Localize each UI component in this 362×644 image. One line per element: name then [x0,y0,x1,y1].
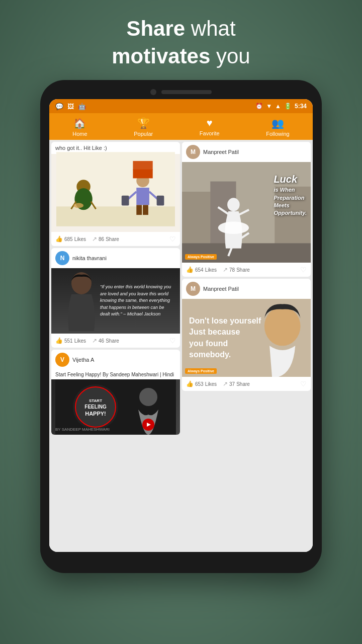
heading-bold-2: motivates [112,44,210,68]
like-icon: 👍 [55,235,63,243]
quote-likes-label: Likes [74,338,86,344]
motivate-line-3: you found [189,338,261,349]
nav-following[interactable]: 👥 Following [266,117,289,137]
svg-rect-9 [133,161,152,170]
card-video: V Vijetha A Start Feeling Happy! By Sand… [51,350,180,435]
svg-rect-1 [56,207,175,226]
luck-likes-stat: 👍 654 Likes [186,266,217,273]
cartoon-stats: 👍 685 Likes ↗ 86 Share ♡ [51,232,180,246]
quote-like-icon: 👍 [55,337,63,344]
share-icon: ↗ [92,235,97,243]
motivate-likes: 653 [195,381,204,387]
left-column: who got it.. Hit Like :) [49,140,181,552]
luck-big-text: Luck [274,172,307,186]
card-quote: N nikita thavrani "If you enter this wor [51,248,180,348]
quote-user-header: N nikita thavrani [51,248,180,268]
nav-favorite[interactable]: ♥ Favorite [200,117,220,137]
dont-lose-text: Don't lose yourself Just because you fou… [189,315,261,361]
luck-likes-label: Likes [205,267,217,273]
quote-share-icon: ↗ [92,337,97,344]
phone-screen: 💬 🖼 🤖 ⏰ ▼ ▲ 🔋 5:34 🏠 Home 🏆 Popular [49,99,313,552]
cartoon-likes-stat: 👍 685 Likes [55,235,86,243]
motivate-heart[interactable]: ♡ [300,380,307,388]
video-avatar: V [55,353,69,367]
svg-rect-12 [143,205,148,215]
signal-icon: ▲ [275,103,281,110]
svg-rect-11 [136,205,142,215]
quote-shares: 46 [99,338,104,344]
luck-share-icon: ↗ [223,266,228,273]
luck-heart[interactable]: ♡ [300,266,307,274]
phone-notch [49,89,313,95]
video-thumbnail: START FEELING HAPPY! BY SANDEEP MAHESHWA… [51,379,180,435]
svg-point-32 [227,198,240,212]
nav-popular-label: Popular [134,131,153,137]
motivate-likes-label: Likes [205,381,217,387]
heart-nav-icon: ♥ [207,117,213,129]
nav-following-label: Following [266,131,289,137]
home-icon: 🏠 [73,117,86,129]
motivate-avatar: M [186,282,200,296]
motivate-share-icon: ↗ [223,380,228,387]
luck-shares-label: Share [236,267,250,273]
cartoon-likes-label: Likes [74,236,86,242]
top-heading: Share what motivates you [81,0,280,80]
nav-popular[interactable]: 🏆 Popular [134,117,153,137]
nav-bar: 🏠 Home 🏆 Popular ♥ Favorite 👥 Following [49,113,313,140]
svg-text:FEELING: FEELING [84,404,107,410]
quote-shares-stat: ↗ 46 Share [92,337,119,344]
cartoon-heart[interactable]: ♡ [169,235,176,243]
luck-shares: 78 [229,267,235,273]
motivate-stats: 👍 653 Likes ↗ 37 Share ♡ [182,377,311,391]
motivate-username: Manpreet Patil [203,286,239,292]
video-title: Start Feeling Happy! By Sandeep Maheshwa… [51,370,180,379]
card-cartoon: who got it.. Hit Like :) [51,142,180,246]
status-left-icons: 💬 🖼 🤖 [55,103,86,110]
luck-text: Luck is When Preparation Meets Opportuni… [274,172,307,217]
cartoon-likes: 685 [64,236,73,242]
following-icon: 👥 [272,117,284,129]
video-by-label: BY SANDEEP MAHESHWARI [55,427,110,432]
svg-rect-8 [133,170,152,179]
quote-username: nikita thavrani [72,255,107,261]
cartoon-shares: 86 [99,236,104,242]
card-luck: M Manpreet Patil [182,142,311,277]
luck-like-icon: 👍 [186,266,194,273]
luck-line-2: Preparation [274,194,307,202]
speaker [161,90,212,94]
motivate-image: Don't lose yourself Just because you fou… [182,299,311,377]
svg-rect-15 [122,196,129,206]
heading-regular-2: you [216,44,250,68]
svg-point-33 [218,222,249,234]
content-area: who got it.. Hit Like :) [49,140,313,552]
motivate-text: Don't lose yourself Just because you fou… [189,315,261,361]
time: 5:34 [295,103,307,110]
nav-home[interactable]: 🏠 Home [72,117,87,137]
quote-heart[interactable]: ♡ [169,337,176,345]
motivate-user-header: M Manpreet Patil [182,279,311,299]
heading-bold-1: Share [126,17,185,40]
luck-badge: Always Positive [185,254,217,260]
svg-point-39 [264,307,301,346]
svg-rect-31 [182,244,311,263]
luck-likes: 654 [195,267,204,273]
motivate-like-icon: 👍 [186,380,194,387]
motivate-badge: Always Positive [185,368,217,374]
front-camera [150,89,156,95]
quote-stats: 👍 551 Likes ↗ 46 Share ♡ [51,334,180,348]
mj-quote-text: "If you enter this world knowing you are… [100,284,174,318]
heading-regular-1: what [191,17,236,40]
luck-username: Manpreet Patil [203,149,239,155]
luck-line-3: Meets [274,202,307,209]
luck-line-4: Opportunity. [274,209,307,217]
card-motivate: M Manpreet Patil [182,279,311,391]
mj-image: "If you enter this world knowing you are… [51,268,180,334]
luck-image: Luck is When Preparation Meets Opportuni… [182,162,311,263]
svg-point-24 [139,388,157,406]
whatsapp-icon: 💬 [55,103,63,110]
svg-text:HAPPY!: HAPPY! [85,411,106,417]
quote-likes-stat: 👍 551 Likes [55,337,86,344]
motivate-line-2: Just because [189,327,261,338]
wifi-icon: ▼ [266,103,272,110]
trophy-icon: 🏆 [137,117,150,129]
